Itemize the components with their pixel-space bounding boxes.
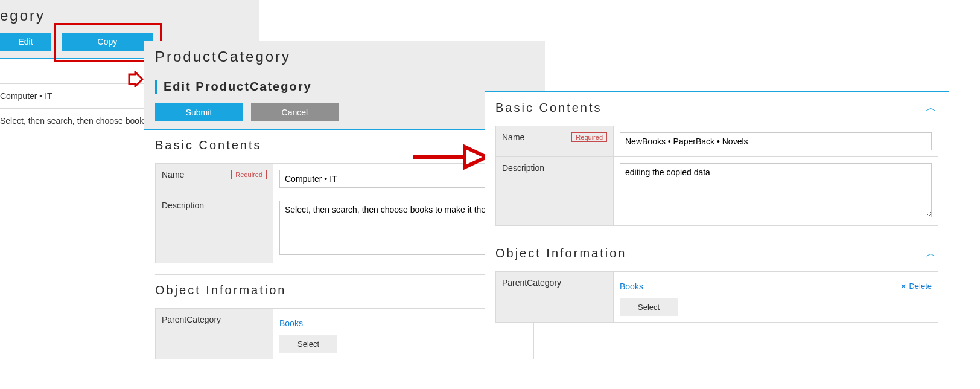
panel1-title: egory <box>0 7 249 30</box>
panel-copied-category: Basic Contents ︿ Name Required Descripti… <box>485 91 949 323</box>
row-parent-category: ParentCategory Books Delete Select <box>496 272 938 323</box>
row-description: Description <box>496 157 938 226</box>
annotation-arrow-small <box>128 71 144 87</box>
section-object-information: Object Information <box>155 275 534 303</box>
section-object-information: Object Information ︿ <box>495 237 938 266</box>
parent-category-label: ParentCategory <box>162 315 221 324</box>
row-description: Description <box>156 194 534 263</box>
parent-category-label: ParentCategory <box>502 278 561 288</box>
object-info-table: ParentCategory Books Select <box>155 308 534 359</box>
edit-button[interactable]: Edit <box>0 33 51 51</box>
row-name: Name Required <box>496 126 938 157</box>
svg-marker-2 <box>465 147 486 167</box>
section-heading: Basic Contents <box>155 138 262 152</box>
description-input[interactable] <box>620 163 932 217</box>
annotation-arrow-large <box>410 142 489 172</box>
chevron-up-icon[interactable]: ︿ <box>926 246 938 260</box>
copy-button[interactable]: Copy <box>62 33 153 51</box>
basic-contents-table: Name Required Description <box>155 163 534 263</box>
required-badge: Required <box>571 132 607 142</box>
submit-button[interactable]: Submit <box>155 103 243 121</box>
object-info-table: ParentCategory Books Delete Select <box>495 271 938 323</box>
svg-marker-0 <box>129 72 142 86</box>
section-heading: Basic Contents <box>495 101 602 115</box>
select-button[interactable]: Select <box>620 298 678 316</box>
name-label: Name <box>502 132 524 142</box>
chevron-up-icon[interactable]: ︿ <box>926 100 938 115</box>
basic-contents-table: Name Required Description <box>495 126 938 226</box>
panel2-subtitle: Edit ProductCategory <box>155 80 534 94</box>
required-badge: Required <box>231 170 267 179</box>
cancel-button[interactable]: Cancel <box>251 103 339 121</box>
row-parent-category: ParentCategory Books Select <box>156 309 534 359</box>
name-label: Name <box>162 170 184 179</box>
parent-category-link[interactable]: Books <box>620 278 643 295</box>
description-label: Description <box>162 201 204 210</box>
panel2-title: ProductCategory <box>155 48 534 71</box>
delete-link[interactable]: Delete <box>900 278 932 291</box>
name-input[interactable] <box>620 132 932 150</box>
section-basic-contents: Basic Contents ︿ <box>495 92 938 121</box>
section-heading: Object Information <box>495 246 626 260</box>
section-heading: Object Information <box>155 283 286 297</box>
select-button[interactable]: Select <box>279 335 337 353</box>
description-label: Description <box>502 163 544 173</box>
parent-category-link[interactable]: Books <box>279 315 303 332</box>
